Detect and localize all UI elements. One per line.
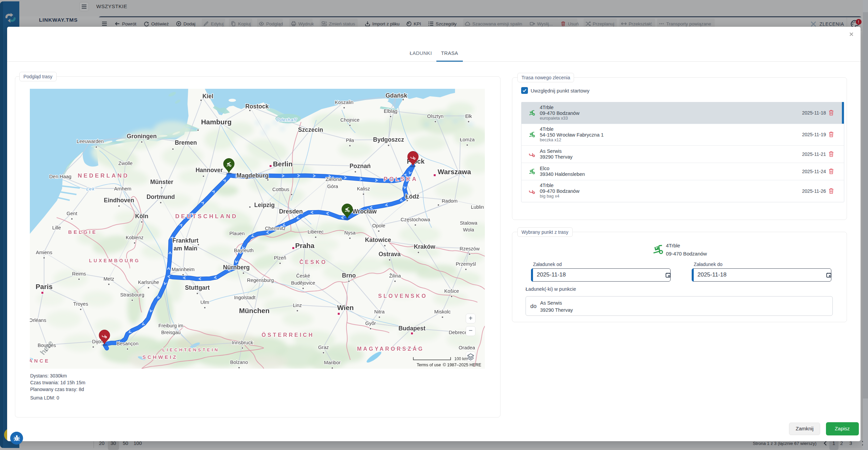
svg-text:am Main: am Main [174,245,197,252]
svg-text:Gent: Gent [66,211,77,216]
svg-text:ÖSTERREICH: ÖSTERREICH [262,332,314,338]
svg-text:Terms of use: Terms of use [417,363,441,367]
svg-text:Przemyśl: Przemyśl [456,261,476,267]
svg-text:Poznań: Poznań [350,163,371,169]
svg-text:Reims: Reims [72,271,86,277]
svg-text:Cottbus: Cottbus [272,187,289,192]
svg-text:Paris: Paris [36,283,53,290]
svg-text:Bolzano: Bolzano [230,360,248,365]
svg-text:Leipzig: Leipzig [254,202,275,208]
svg-text:Plzeň: Plzeň [274,255,286,261]
svg-text:Bydgoszcz: Bydgoszcz [373,136,404,143]
svg-text:Ełk: Ełk [465,114,472,119]
svg-text:Košice: Košice [444,288,459,294]
svg-text:Nitra: Nitra [374,309,385,314]
svg-text:Częstochowa: Częstochowa [400,217,430,222]
svg-text:Zwolle: Zwolle [118,161,133,166]
svg-text:Innsbruck: Innsbruck [232,340,254,345]
svg-text:+: + [469,314,473,322]
svg-text:DEUTSCHLAND: DEUTSCHLAND [175,213,238,220]
svg-text:Köln: Köln [135,213,149,220]
svg-text:Budějovice: Budějovice [291,280,315,286]
svg-text:Liberec: Liberec [308,229,324,234]
svg-text:Rostock: Rostock [245,103,269,110]
svg-text:SCHWEIZ: SCHWEIZ [142,354,178,360]
svg-text:Hamburg: Hamburg [201,118,232,126]
svg-text:Eindhoven: Eindhoven [104,197,134,204]
svg-text:München: München [239,307,270,314]
svg-text:Stuttgart: Stuttgart [185,284,210,291]
svg-text:Breisgau: Breisgau [161,330,180,335]
svg-text:Praha: Praha [295,242,315,249]
svg-text:České: České [296,273,310,279]
svg-text:Góra: Góra [327,184,338,189]
svg-text:Plauen: Plauen [229,231,244,236]
svg-text:ANCE: ANCE [30,358,50,364]
svg-text:Brno: Brno [342,272,356,279]
svg-text:−: − [469,327,473,334]
svg-text:Den Haag: Den Haag [49,174,71,179]
svg-text:Wien: Wien [337,304,354,311]
svg-text:Berlin: Berlin [273,160,293,168]
svg-text:ČESKO: ČESKO [299,259,327,265]
svg-text:Besançon: Besançon [117,341,139,346]
svg-text:MAGYARORSZÁG: MAGYARORSZÁG [357,346,424,352]
svg-text:Kiel: Kiel [202,93,213,100]
svg-text:Dresden: Dresden [279,208,303,215]
svg-text:Ulm: Ulm [200,300,209,305]
svg-text:Strasbourg: Strasbourg [120,292,144,298]
svg-text:Karlsruhe: Karlsruhe [138,280,159,285]
svg-text:Hannover: Hannover [196,167,223,173]
svg-text:BELGIE: BELGIE [68,229,97,235]
svg-text:Chemnitz: Chemnitz [265,226,285,231]
svg-text:Wrocław: Wrocław [352,208,377,215]
svg-text:POLSKA: POLSKA [384,176,418,182]
svg-text:Troyes: Troyes [73,301,88,307]
svg-text:Regensburg: Regensburg [247,278,274,283]
svg-text:Nysa: Nysa [344,230,356,236]
svg-text:Győr: Győr [365,321,376,326]
svg-text:Nürnberg: Nürnberg [223,264,250,271]
svg-text:Koszalin: Koszalin [335,100,354,105]
svg-text:Lille: Lille [52,225,61,230]
svg-text:Mannheim: Mannheim [172,267,195,272]
svg-text:Katowice: Katowice [365,237,391,243]
svg-text:LUXEMBOURG: LUXEMBOURG [89,258,140,263]
svg-text:Münster: Münster [150,179,173,185]
svg-text:Budapest: Budapest [398,325,426,332]
svg-text:Łomża: Łomża [460,137,475,142]
svg-text:Opole: Opole [372,223,386,228]
svg-text:Stalowa: Stalowa [460,220,478,226]
svg-text:Lublin: Lublin [471,204,484,210]
svg-text:Groningen: Groningen [127,133,157,140]
svg-text:Szczecin: Szczecin [298,126,323,133]
svg-text:Graz: Graz [318,345,329,350]
svg-text:Frankfurt: Frankfurt [173,237,199,244]
svg-text:Freiburg im: Freiburg im [158,323,183,328]
svg-text:Elbląg: Elbląg [384,108,397,114]
svg-text:Metz: Metz [103,276,114,282]
svg-text:Koblenz: Koblenz [126,235,143,240]
svg-text:Arnhem: Arnhem [114,186,132,191]
svg-text:Bremen: Bremen [175,139,197,146]
svg-text:100 km: 100 km [454,356,468,361]
svg-text:Dortmund: Dortmund [146,193,175,200]
svg-text:Warszawa: Warszawa [438,168,471,176]
svg-text:Lek: Lek [86,186,95,191]
svg-text:Kalisz: Kalisz [357,186,370,191]
svg-text:Olsztyn: Olsztyn [427,114,443,119]
svg-text:SLOVENSKO: SLOVENSKO [378,293,427,299]
svg-text:Žilina: Žilina [389,273,401,279]
svg-text:Maribor: Maribor [324,360,340,365]
svg-text:© 1987–2025 HERE: © 1987–2025 HERE [443,363,481,367]
svg-text:Leeuwarden: Leeuwarden [77,139,104,144]
svg-text:Magdeburg: Magdeburg [237,172,269,179]
svg-text:Piła: Piła [346,138,354,143]
svg-text:Ostrava: Ostrava [378,251,400,258]
svg-text:Miskolc: Miskolc [434,309,451,314]
svg-text:Amiens: Amiens [36,250,52,255]
svg-text:Zielona: Zielona [326,177,342,182]
svg-text:Wola: Wola [463,227,475,232]
svg-text:Linz: Linz [293,303,302,308]
svg-text:LIECHTENSTEIN: LIECHTENSTEIN [162,347,219,352]
